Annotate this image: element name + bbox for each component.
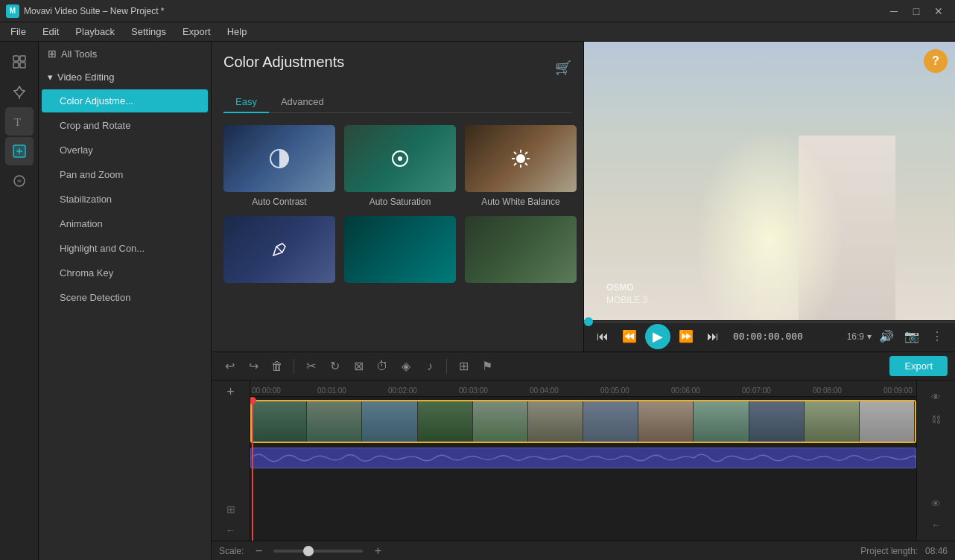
import-media-icon[interactable] bbox=[5, 48, 34, 76]
adj-card-wb[interactable]: Auto White Balance bbox=[465, 125, 577, 207]
preview-image: OSMO MOBILE 3 bbox=[584, 42, 955, 351]
timeline-toolbar: ↩ ↪ 🗑 ✂ ↻ ⊠ ⏱ ◈ ♪ ⊞ ⚑ Export bbox=[212, 352, 955, 381]
preview-and-adj: Color Adjustments 🛒 Easy Advanced bbox=[212, 42, 955, 351]
undo-button[interactable]: ↩ bbox=[219, 356, 240, 377]
ruler-mark-1: 00:01:00 bbox=[317, 386, 346, 395]
audio-track bbox=[250, 448, 916, 470]
tab-easy[interactable]: Easy bbox=[223, 92, 269, 113]
watermark-line2: MOBILE 3 bbox=[606, 294, 647, 307]
track-arrow-icon[interactable]: ← bbox=[220, 520, 241, 541]
menu-help[interactable]: Help bbox=[220, 25, 255, 39]
scale-slider-thumb[interactable] bbox=[303, 546, 314, 556]
tab-row: Easy Advanced bbox=[223, 92, 571, 113]
svg-line-23 bbox=[276, 246, 282, 252]
step-forward-button[interactable]: ⏩ bbox=[675, 325, 697, 348]
all-tools-item[interactable]: ⊞ All Tools bbox=[39, 42, 211, 66]
effects-icon[interactable] bbox=[5, 137, 34, 165]
aspect-ratio-selector[interactable]: 16:9 ▾ bbox=[847, 331, 872, 342]
ruler-mark-8: 00:08:00 bbox=[813, 386, 842, 395]
ruler-mark-3: 00:03:00 bbox=[459, 386, 488, 395]
sidebar-item-overlay[interactable]: Overlay bbox=[42, 139, 208, 162]
scale-plus-button[interactable]: + bbox=[367, 541, 388, 561]
video-track bbox=[250, 400, 916, 445]
text-overlay-icon[interactable]: T bbox=[5, 107, 34, 136]
content-area: ⊞ All Tools ▾ Video Editing Color Adjust… bbox=[39, 42, 955, 560]
go-start-button[interactable]: ⏮ bbox=[591, 325, 614, 348]
adj-label-wb: Auto White Balance bbox=[481, 197, 559, 207]
playhead[interactable] bbox=[252, 397, 253, 541]
play-pause-button[interactable]: ▶ bbox=[645, 324, 670, 349]
snapshot-button[interactable]: 📷 bbox=[901, 326, 922, 347]
sidebar-item-pan-zoom[interactable]: Pan and Zoom bbox=[42, 163, 208, 186]
menu-edit[interactable]: Edit bbox=[35, 25, 66, 39]
timeline-left-panel: + ⊞ ← bbox=[212, 381, 250, 541]
playback-controls: ⏮ ⏪ ▶ ⏩ ⏭ 00:00:00.000 16:9 ▾ 🔊 📷 ⋮ bbox=[584, 320, 955, 351]
ruler-mark-5: 00:05:00 bbox=[600, 386, 629, 395]
timeline-tracks bbox=[250, 397, 916, 541]
minimize-button[interactable]: ─ bbox=[883, 4, 904, 19]
speed-button[interactable]: ⏱ bbox=[372, 356, 393, 377]
sidebar-item-scene[interactable]: Scene Detection bbox=[42, 286, 208, 309]
eye-icon[interactable]: 👁 bbox=[926, 386, 947, 407]
menu-file[interactable]: File bbox=[3, 25, 34, 39]
adj-card-effect2[interactable] bbox=[344, 216, 456, 287]
delete-button[interactable]: 🗑 bbox=[267, 356, 288, 377]
menu-settings[interactable]: Settings bbox=[124, 25, 174, 39]
track-settings-icon[interactable]: ⊞ bbox=[220, 499, 241, 520]
sidebar-item-stabilization[interactable]: Stabilization bbox=[42, 188, 208, 211]
pin-icon[interactable] bbox=[5, 77, 34, 106]
sidebar-item-color-adj[interactable]: Color Adjustme... bbox=[42, 89, 208, 112]
scale-minus-button[interactable]: − bbox=[248, 541, 269, 561]
audio-button[interactable]: ♪ bbox=[419, 356, 440, 377]
transitions-icon[interactable] bbox=[5, 167, 34, 195]
all-tools-label: All Tools bbox=[61, 48, 97, 60]
rotate-button[interactable]: ↻ bbox=[324, 356, 345, 377]
adj-card-saturation[interactable]: Auto Saturation bbox=[344, 125, 456, 207]
adj-card-effect3[interactable] bbox=[465, 216, 577, 287]
arrow-icon[interactable]: ← bbox=[926, 514, 947, 535]
maximize-button[interactable]: □ bbox=[906, 4, 927, 19]
sidebar-item-animation[interactable]: Animation bbox=[42, 212, 208, 235]
go-end-button[interactable]: ⏭ bbox=[702, 325, 724, 348]
color-adj-title: Color Adjustments bbox=[223, 54, 344, 71]
redo-button[interactable]: ↪ bbox=[243, 356, 264, 377]
adj-card-contrast[interactable]: Auto Contrast bbox=[223, 125, 335, 207]
eye-icon-2[interactable]: 👁 bbox=[926, 493, 947, 514]
adj-card-effect1[interactable] bbox=[223, 216, 335, 287]
scale-slider[interactable] bbox=[273, 550, 363, 553]
app-logo: M bbox=[6, 4, 19, 18]
cart-button[interactable]: 🛒 bbox=[555, 60, 571, 76]
help-button[interactable]: ? bbox=[924, 49, 948, 73]
volume-button[interactable]: 🔊 bbox=[876, 326, 897, 347]
svg-rect-3 bbox=[20, 63, 25, 68]
menu-export[interactable]: Export bbox=[175, 25, 218, 39]
clip-thumb-8 bbox=[638, 401, 694, 442]
insert-button[interactable]: ⊞ bbox=[453, 356, 474, 377]
add-track-button[interactable]: + bbox=[223, 384, 239, 400]
close-button[interactable]: ✕ bbox=[928, 4, 949, 19]
clip-thumb-3 bbox=[362, 401, 417, 442]
crop-button[interactable]: ⊠ bbox=[348, 356, 369, 377]
sidebar-item-highlight[interactable]: Highlight and Con... bbox=[42, 237, 208, 260]
project-length-text: Project length: bbox=[860, 546, 918, 556]
link-icon[interactable]: ⛓ bbox=[926, 409, 947, 430]
window-controls[interactable]: ─ □ ✕ bbox=[883, 4, 949, 19]
color-correction-button[interactable]: ◈ bbox=[396, 356, 416, 377]
cut-button[interactable]: ✂ bbox=[300, 356, 321, 377]
ruler-mark-0: 00:00:00 bbox=[252, 386, 281, 395]
scale-bar: Scale: − + Project length: 08:46 bbox=[212, 541, 955, 560]
watermark: OSMO MOBILE 3 bbox=[606, 281, 647, 307]
video-clip[interactable] bbox=[250, 400, 916, 443]
sidebar-item-chroma[interactable]: Chroma Key bbox=[42, 261, 208, 284]
menu-playback[interactable]: Playback bbox=[68, 25, 122, 39]
audio-clip[interactable] bbox=[250, 448, 916, 468]
step-back-button[interactable]: ⏪ bbox=[618, 325, 641, 348]
flag-button[interactable]: ⚑ bbox=[477, 356, 498, 377]
more-options-button[interactable]: ⋮ bbox=[927, 326, 948, 347]
sidebar-item-crop-rotate[interactable]: Crop and Rotate bbox=[42, 114, 208, 137]
export-button[interactable]: Export bbox=[889, 356, 948, 376]
adj-thumb-effect2 bbox=[344, 216, 456, 283]
project-length-value: 08:46 bbox=[925, 546, 948, 556]
tl-right-panel: 👁 ⛓ 👁 ← bbox=[916, 381, 955, 541]
tab-advanced[interactable]: Advanced bbox=[269, 92, 336, 113]
